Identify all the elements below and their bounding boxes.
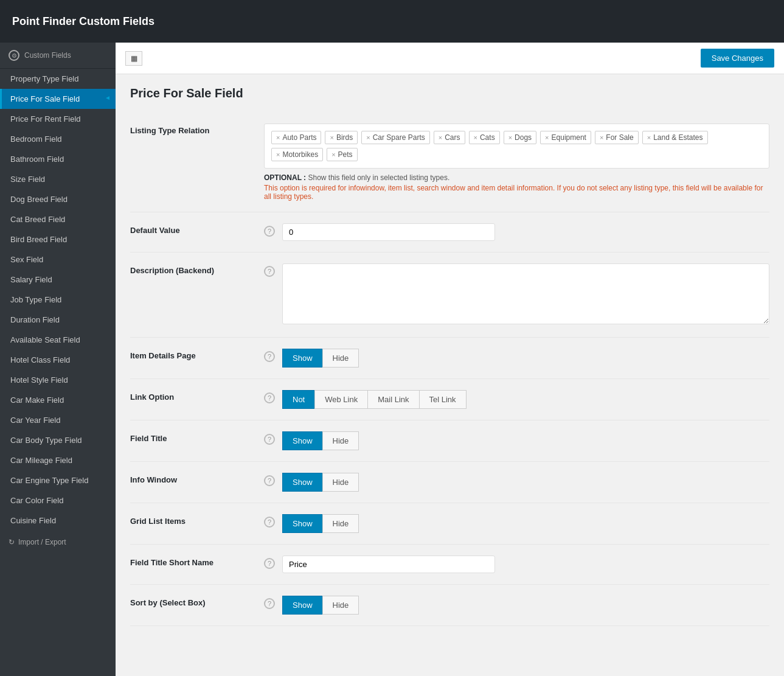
field-title-short-name-row: Field Title Short Name ? — [130, 545, 769, 585]
field-title-btn-group: Show Hide — [282, 431, 359, 450]
tag-remove-icon[interactable]: × — [647, 134, 651, 141]
item-details-page-help: ? — [264, 349, 282, 362]
tag-cats[interactable]: ×Cats — [469, 131, 500, 144]
app-title: Point Finder Custom Fields — [12, 15, 154, 28]
item-details-page-label: Item Details Page — [130, 349, 264, 360]
sidebar-item-car-engine-type-field[interactable]: Car Engine Type Field — [0, 470, 116, 490]
field-title-show-btn[interactable]: Show — [282, 431, 322, 450]
sidebar-item-car-make-field[interactable]: Car Make Field — [0, 390, 116, 410]
info-window-hide-btn[interactable]: Hide — [322, 473, 359, 492]
item-details-show-btn[interactable]: Show — [282, 349, 322, 368]
sort-by-row: Sort by (Select Box) ? Show Hide — [130, 585, 769, 626]
item-details-hide-btn[interactable]: Hide — [322, 349, 359, 368]
tag-motorbikes[interactable]: ×Motorbikes — [271, 148, 323, 161]
field-title-help: ? — [264, 431, 282, 445]
tag-dogs[interactable]: ×Dogs — [504, 131, 536, 144]
field-title-short-name-input[interactable] — [282, 556, 495, 573]
field-title-short-name-help: ? — [264, 556, 282, 569]
grid-list-show-btn[interactable]: Show — [282, 514, 322, 533]
main-layout: ⚙ Custom Fields Property Type FieldPrice… — [0, 43, 784, 676]
tag-remove-icon[interactable]: × — [331, 151, 335, 158]
tag-remove-icon[interactable]: × — [439, 134, 442, 141]
sort-by-help-icon[interactable]: ? — [264, 598, 275, 609]
sidebar-item-hotel-class-field[interactable]: Hotel Class Field — [0, 350, 116, 370]
warning-text: This option is required for infowindow, … — [264, 184, 769, 201]
custom-fields-icon: ⚙ — [9, 50, 19, 61]
sidebar-item-dog-breed-field[interactable]: Dog Breed Field — [0, 189, 116, 209]
sidebar-item-duration-field[interactable]: Duration Field — [0, 310, 116, 330]
tag-remove-icon[interactable]: × — [330, 134, 333, 141]
link-option-help-icon[interactable]: ? — [264, 392, 275, 403]
tag-pets[interactable]: ×Pets — [327, 148, 357, 161]
description-backend-textarea[interactable] — [282, 263, 769, 324]
sidebar-item-bedroom-field[interactable]: Bedroom Field — [0, 129, 116, 149]
sort-by-btn-group: Show Hide — [282, 596, 359, 615]
sidebar-item-bird-breed-field[interactable]: Bird Breed Field — [0, 229, 116, 249]
tag-for-sale[interactable]: ×For Sale — [595, 131, 639, 144]
tag-remove-icon[interactable]: × — [600, 134, 603, 141]
tag-auto-parts[interactable]: ×Auto Parts — [271, 131, 321, 144]
link-tel-btn[interactable]: Tel Link — [419, 390, 467, 409]
sidebar-item-job-type-field[interactable]: Job Type Field — [0, 290, 116, 310]
field-title-short-name-help-icon[interactable]: ? — [264, 558, 275, 569]
default-value-help-icon[interactable]: ? — [264, 226, 275, 237]
default-value-help: ? — [264, 223, 282, 237]
note-text: Show this field only in selected listing… — [306, 173, 449, 182]
tag-remove-icon[interactable]: × — [366, 134, 370, 141]
info-window-help-icon[interactable]: ? — [264, 475, 275, 486]
sidebar-item-hotel-style-field[interactable]: Hotel Style Field — [0, 370, 116, 390]
sort-by-control: Show Hide — [282, 596, 769, 615]
app-header: Point Finder Custom Fields — [0, 0, 784, 43]
default-value-input[interactable] — [282, 223, 495, 241]
grid-list-hide-btn[interactable]: Hide — [322, 514, 359, 533]
tag-land-&-estates[interactable]: ×Land & Estates — [642, 131, 708, 144]
sidebar-item-size-field[interactable]: Size Field — [0, 169, 116, 189]
description-backend-help-icon[interactable]: ? — [264, 266, 275, 277]
tag-birds[interactable]: ×Birds — [325, 131, 358, 144]
sort-by-hide-btn[interactable]: Hide — [322, 596, 359, 615]
sidebar-item-car-year-field[interactable]: Car Year Field — [0, 410, 116, 430]
item-details-page-help-icon[interactable]: ? — [264, 351, 275, 362]
default-value-row: Default Value ? — [130, 212, 769, 253]
save-changes-button[interactable]: Save Changes — [701, 49, 774, 68]
grid-icon[interactable]: ▦ — [125, 51, 142, 66]
link-not-btn[interactable]: Not — [282, 390, 314, 409]
sidebar: ⚙ Custom Fields Property Type FieldPrice… — [0, 43, 116, 676]
sort-by-label: Sort by (Select Box) — [130, 596, 264, 607]
tag-remove-icon[interactable]: × — [474, 134, 477, 141]
tag-equipment[interactable]: ×Equipment — [540, 131, 591, 144]
link-web-btn[interactable]: Web Link — [314, 390, 367, 409]
sidebar-footer-import-export[interactable]: ↻ Import / Export — [0, 531, 116, 554]
sidebar-item-salary-field[interactable]: Salary Field — [0, 270, 116, 290]
tag-remove-icon[interactable]: × — [276, 134, 280, 141]
tag-remove-icon[interactable]: × — [508, 134, 512, 141]
sidebar-item-property-type-field[interactable]: Property Type Field — [0, 69, 116, 89]
sidebar-item-price-for-sale-field[interactable]: Price For Sale Field — [0, 89, 116, 109]
sidebar-item-car-body-type-field[interactable]: Car Body Type Field — [0, 430, 116, 450]
info-window-control: Show Hide — [282, 473, 769, 492]
tag-cars[interactable]: ×Cars — [434, 131, 465, 144]
field-title-short-name-control — [282, 556, 769, 573]
sidebar-item-car-color-field[interactable]: Car Color Field — [0, 490, 116, 510]
field-title-help-icon[interactable]: ? — [264, 434, 275, 445]
tag-remove-icon[interactable]: × — [545, 134, 549, 141]
sidebar-item-available-seat-field[interactable]: Available Seat Field — [0, 330, 116, 350]
field-title-short-name-label: Field Title Short Name — [130, 556, 264, 567]
sidebar-item-cuisine-field[interactable]: Cuisine Field — [0, 510, 116, 531]
description-backend-help: ? — [264, 263, 282, 277]
info-window-show-btn[interactable]: Show — [282, 473, 322, 492]
sidebar-item-cat-breed-field[interactable]: Cat Breed Field — [0, 209, 116, 229]
sidebar-item-sex-field[interactable]: Sex Field — [0, 249, 116, 270]
grid-list-items-help-icon[interactable]: ? — [264, 517, 275, 528]
item-details-page-btn-group: Show Hide — [282, 349, 359, 368]
field-title-hide-btn[interactable]: Hide — [322, 431, 359, 450]
info-window-row: Info Window ? Show Hide — [130, 462, 769, 503]
tag-remove-icon[interactable]: × — [276, 151, 280, 158]
tag-car-spare-parts[interactable]: ×Car Spare Parts — [361, 131, 429, 144]
field-title-control: Show Hide — [282, 431, 769, 450]
link-mail-btn[interactable]: Mail Link — [367, 390, 418, 409]
sidebar-item-price-for-rent-field[interactable]: Price For Rent Field — [0, 109, 116, 129]
sidebar-item-bathroom-field[interactable]: Bathroom Field — [0, 149, 116, 169]
sidebar-item-car-mileage-field[interactable]: Car Mileage Field — [0, 450, 116, 470]
sort-by-show-btn[interactable]: Show — [282, 596, 322, 615]
